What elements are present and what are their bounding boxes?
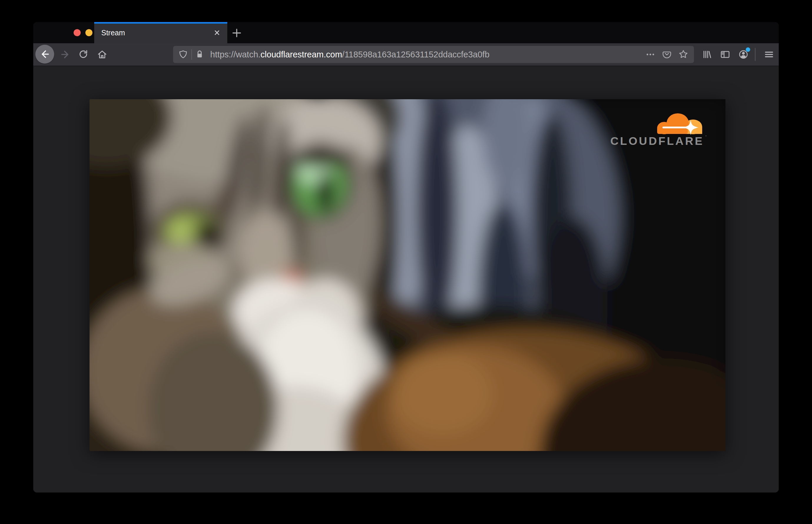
menu-button[interactable] bbox=[763, 49, 775, 60]
lock-icon[interactable] bbox=[194, 49, 205, 60]
forward-button[interactable] bbox=[60, 49, 71, 60]
url-bar[interactable]: https://watch.cloudflarestream.com/11859… bbox=[173, 46, 694, 63]
url-path: /118598a163a125631152ddaccfe3a0fb bbox=[342, 50, 489, 59]
back-button[interactable] bbox=[35, 45, 54, 64]
reload-button[interactable] bbox=[78, 49, 89, 60]
reload-icon bbox=[80, 51, 87, 58]
close-icon bbox=[215, 31, 219, 34]
browser-window: Stream bbox=[33, 22, 779, 492]
bookmark-star-button[interactable] bbox=[678, 49, 689, 60]
new-tab-button[interactable] bbox=[231, 27, 243, 39]
tab-bar: Stream bbox=[33, 22, 779, 43]
blurred-cat-scene bbox=[90, 99, 726, 451]
desktop-background: Stream bbox=[0, 0, 812, 524]
tab-title: Stream bbox=[101, 22, 125, 43]
url-scheme-subdomain: https://watch. bbox=[210, 50, 261, 59]
urlbar-divider bbox=[191, 49, 192, 60]
ellipsis-icon bbox=[647, 53, 654, 55]
page-content: CLOUDFLARE ’ bbox=[33, 66, 779, 492]
arrow-left-icon bbox=[43, 51, 49, 58]
account-notification-dot bbox=[746, 47, 750, 52]
url-text: https://watch.cloudflarestream.com/11859… bbox=[210, 50, 645, 60]
account-button[interactable] bbox=[738, 49, 749, 60]
home-button[interactable] bbox=[97, 49, 108, 60]
plus-icon bbox=[233, 29, 241, 37]
library-icon bbox=[704, 51, 711, 58]
video-frame-cat: CLOUDFLARE ’ bbox=[90, 99, 726, 451]
close-window-button[interactable] bbox=[74, 29, 81, 36]
page-actions bbox=[645, 49, 689, 60]
pocket-button[interactable] bbox=[662, 49, 672, 60]
tab-close-button[interactable] bbox=[212, 28, 222, 38]
page-actions-button[interactable] bbox=[645, 49, 656, 60]
cloudflare-logo-trademark: ’ bbox=[705, 135, 707, 140]
tracking-protection-shield-icon[interactable] bbox=[178, 49, 189, 60]
star-icon bbox=[680, 51, 687, 58]
account-icon bbox=[740, 51, 747, 58]
arrow-right-icon bbox=[62, 51, 68, 58]
toolbar-divider bbox=[755, 48, 756, 61]
url-domain: cloudflarestream.com bbox=[261, 50, 342, 59]
navigation-toolbar: https://watch.cloudflarestream.com/11859… bbox=[33, 43, 779, 66]
tab-stream[interactable]: Stream bbox=[94, 22, 227, 43]
library-button[interactable] bbox=[701, 49, 712, 60]
minimize-window-button[interactable] bbox=[85, 29, 93, 36]
hamburger-icon bbox=[765, 52, 773, 58]
cloudflare-logo-text: CLOUDFLARE bbox=[610, 135, 704, 147]
video-player[interactable]: CLOUDFLARE ’ bbox=[90, 99, 726, 451]
pocket-icon bbox=[663, 52, 671, 58]
sidebar-button[interactable] bbox=[719, 49, 731, 60]
home-icon bbox=[98, 51, 106, 58]
sidebar-icon bbox=[721, 51, 729, 58]
